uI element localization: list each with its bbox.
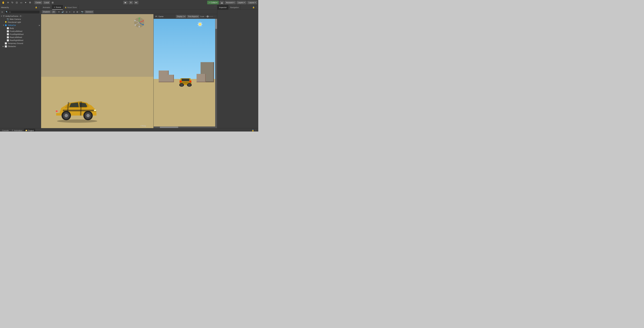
- scene-vis-btn[interactable]: ≡: [68, 10, 71, 14]
- game-scrollbar[interactable]: [215, 19, 217, 128]
- tab-animation[interactable]: ⏱ Animation: [10, 129, 24, 132]
- hierarchy-item-front-right-wheel[interactable]: ⬜ FrontRightWheel: [0, 33, 41, 36]
- aspect-btn[interactable]: Free Aspect ▾: [187, 15, 200, 18]
- item-label: YellowCar: [8, 24, 16, 26]
- scale-slider[interactable]: [205, 16, 213, 17]
- 2d-btn[interactable]: 2D: [51, 10, 56, 14]
- collab-btn[interactable]: ✓ Collab ▾: [207, 1, 219, 4]
- svg-rect-39: [189, 81, 191, 82]
- rotate-tool-btn[interactable]: ↻: [10, 1, 14, 4]
- svg-line-33: [202, 22, 202, 23]
- custom-tool-btn[interactable]: ⚙: [28, 1, 32, 4]
- center-btn[interactable]: Center: [34, 1, 42, 4]
- hierarchy-item-rear-left-wheel[interactable]: ⬜ RearLeftWheel: [0, 36, 41, 39]
- game-sun: [197, 21, 203, 27]
- mesh-icon: ⬜: [7, 27, 9, 29]
- tab-inspector[interactable]: Inspector: [217, 5, 228, 10]
- no-icon-btn[interactable]: ⊘: [72, 10, 76, 14]
- main-layout: Hierarchy 🔒 ⋮ + 🔍 ▼ 🎬 ArdityCarScene - O…: [0, 5, 258, 128]
- scene-dot: ⊙: [54, 6, 55, 8]
- tab-console[interactable]: Console: [1, 129, 10, 132]
- tab-project[interactable]: 📁 Project: [24, 129, 35, 132]
- expand-arrow: ▶: [39, 24, 40, 26]
- audio-toggle-btn[interactable]: 🔊: [61, 10, 65, 14]
- svg-point-26: [199, 23, 202, 26]
- project-label: Project: [28, 129, 34, 131]
- scene-label: Scene: [56, 6, 61, 8]
- navigation-label: Navigation: [230, 6, 239, 9]
- tab-animator[interactable]: Animator: [41, 5, 52, 10]
- pause-btn[interactable]: ⏸: [128, 1, 133, 4]
- rect-tool-btn[interactable]: ▭: [19, 1, 23, 4]
- snap-btn[interactable]: ⊞: [51, 1, 54, 4]
- right-lock-icon[interactable]: 🔒: [252, 6, 255, 9]
- scene-view[interactable]: y x z: [41, 14, 154, 128]
- game-hscrollbar[interactable]: [154, 126, 215, 128]
- tab-navigation[interactable]: Navigation: [228, 5, 241, 10]
- layout-btn[interactable]: Layout: [247, 1, 257, 4]
- scale-tool-btn[interactable]: ⊡: [15, 1, 18, 4]
- hierarchy-add-btn[interactable]: +: [1, 11, 4, 14]
- hierarchy-item-obstacles[interactable]: ▶ ⬜ Obstacles: [0, 45, 41, 48]
- fx-toggle-btn[interactable]: ◎: [65, 10, 68, 14]
- transform-tool-btn[interactable]: ✦: [24, 1, 28, 4]
- display-btn[interactable]: Display 1 ▾: [176, 15, 186, 18]
- game-header: 🎮 Game Display 1 ▾ Free Aspect ▾ Scale: [154, 14, 217, 19]
- hand-tool-btn[interactable]: ✋: [1, 1, 6, 4]
- tab-asset-store[interactable]: 🔒 Asset Store: [63, 5, 79, 10]
- account-btn[interactable]: Account: [224, 1, 236, 4]
- light-toggle-btn[interactable]: ☀: [57, 10, 60, 14]
- hierarchy-scene-root[interactable]: ▼ 🎬 ArdityCarScene - O ⋮: [0, 15, 41, 18]
- hierarchy-item-rear-right-wheel[interactable]: ⬜ RearRightWheel: [0, 39, 41, 42]
- right-panel: Inspector Navigation 🔒 ⋮: [217, 5, 258, 128]
- bottom-tab-bar: Console ⏱ Animation 📁 Project 🔒 ⋮: [0, 128, 258, 131]
- cloud-btn[interactable]: ☁: [220, 1, 224, 4]
- tab-more[interactable]: ⋮: [213, 5, 217, 10]
- bottom-lock-icon[interactable]: 🔒: [252, 129, 254, 131]
- scene-menu-icon[interactable]: ⋮: [22, 15, 24, 17]
- center-label: Center: [36, 2, 41, 4]
- light-icon: 💡: [5, 21, 7, 23]
- tab-scene[interactable]: ⊙ Scene: [52, 5, 63, 10]
- aspect-label: Free Aspect: [188, 16, 197, 18]
- move-tool-btn[interactable]: ✛: [6, 1, 10, 4]
- center-area: Animator ⊙ Scene 🔒 Asset Store ⋮ Shaded …: [41, 5, 217, 128]
- svg-point-3: [64, 114, 68, 117]
- hierarchy-item-main-camera[interactable]: 📷 Main Camera: [0, 18, 41, 21]
- hierarchy-item-body[interactable]: ⬜ Body: [0, 27, 41, 30]
- hierarchy-search-input[interactable]: [9, 11, 39, 13]
- more-icon[interactable]: ⋮: [38, 6, 40, 9]
- game-scrollbar-thumb: [215, 19, 217, 29]
- grid-btn[interactable]: ⊞: [76, 10, 79, 14]
- play-btn[interactable]: ▶: [123, 1, 128, 4]
- svg-line-34: [198, 26, 198, 26]
- gizmos-btn[interactable]: Gizmos ▾: [84, 10, 94, 14]
- search-icon: 🔍: [6, 11, 8, 13]
- layers-label: Layers: [238, 2, 244, 4]
- mesh-icon: ⬜: [5, 45, 7, 48]
- game-controls: Display 1 ▾ Free Aspect ▾ Scale ⋮: [176, 15, 216, 18]
- right-more-icon[interactable]: ⋮: [256, 6, 257, 9]
- layers-btn[interactable]: Layers: [236, 1, 246, 4]
- game-more[interactable]: ⋮: [214, 16, 216, 18]
- shading-btn[interactable]: Shaded ▾: [42, 10, 51, 14]
- hierarchy-icons: 🔒 ⋮: [35, 6, 40, 9]
- local-btn[interactable]: Local: [43, 1, 50, 4]
- hierarchy-item-directional-light[interactable]: 💡 Directional Light: [0, 21, 41, 24]
- step-btn[interactable]: ⏭: [134, 1, 138, 4]
- hierarchy-item-yellow-car[interactable]: ▼ 🔷 YellowCar ▶: [0, 24, 41, 27]
- hierarchy-title: Hierarchy: [1, 6, 9, 9]
- bottom-panel: Console ⏱ Animation 📁 Project 🔒 ⋮: [0, 128, 258, 131]
- bottom-more-icon[interactable]: ⋮: [255, 129, 256, 131]
- game-box-2: [166, 75, 174, 82]
- item-label: RearLeftWheel: [10, 36, 22, 38]
- camera-icon-btn[interactable]: 📷: [80, 10, 84, 14]
- arrow-icon: ▼: [3, 24, 5, 26]
- svg-text:x: x: [144, 19, 144, 21]
- scene-divider-3: [80, 11, 80, 13]
- scale-label: Scale: [200, 16, 204, 18]
- hierarchy-item-temporary-ground[interactable]: ⬜ Temporary Ground: [0, 42, 41, 45]
- hierarchy-item-front-left-wheel[interactable]: ⬜ FrontLeftWheel: [0, 30, 41, 33]
- mesh-icon: ⬜: [7, 30, 9, 32]
- camera-icon: 📷: [7, 18, 9, 20]
